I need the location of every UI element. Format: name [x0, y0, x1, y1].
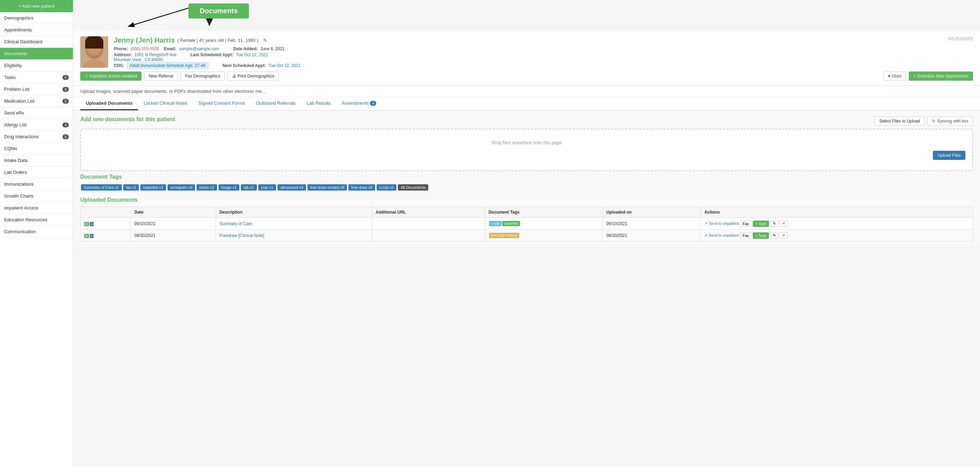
upload-files-button[interactable]: Upload Files	[933, 151, 965, 160]
add-task-button[interactable]: + Task	[753, 221, 769, 227]
edit-button[interactable]: ✎	[770, 232, 778, 239]
patient-details: Jenny (Jen) Harris ( Female | 41 years o…	[114, 36, 943, 68]
sidebar-item-communication[interactable]: Communication	[0, 226, 73, 238]
sidebar-item-education-resources[interactable]: Education Resources	[0, 214, 73, 226]
table-row: drb08/30/2021Freedraw [Clinical Note]fre…	[81, 230, 973, 242]
last-appt[interactable]: Tue Oct 12, 2021	[236, 53, 268, 57]
sidebar-item-intake-data[interactable]: Intake Data	[0, 155, 73, 166]
row-uploaded-on: 09/10/2021	[603, 218, 701, 230]
new-referral-button[interactable]: New Referral	[144, 72, 178, 81]
sidebar-item-lab-orders[interactable]: Lab Orders	[0, 166, 73, 179]
tab-uploaded-documents[interactable]: Uploaded Documents	[80, 97, 138, 110]
doc-link[interactable]: Summary of Care	[220, 221, 252, 226]
tag-pill-photo-x2[interactable]: photo x2	[196, 184, 217, 191]
sidebar-item-allergy-list[interactable]: Allergy List4	[0, 119, 73, 131]
doc-tag-imported: imported	[502, 221, 520, 226]
sidebar-item-cqms[interactable]: CQMs	[0, 143, 73, 155]
table-row: drb09/10/2021Summary of Carec-cdaimporte…	[81, 218, 973, 230]
uploaded-documents-section: Uploaded Documents DateDescriptionAdditi…	[80, 197, 973, 242]
sidebar-item-growth-charts[interactable]: Growth Charts	[0, 190, 73, 202]
col-header-date: Date	[131, 207, 216, 218]
send-to-onpatient-link[interactable]: ↗ Send to onpatient	[704, 221, 738, 226]
tag-pill-all-documents[interactable]: All Documents	[398, 184, 428, 191]
date-added: June 8, 2021	[260, 46, 285, 51]
sidebar-item-appointments[interactable]: Appointments	[0, 24, 73, 36]
sidebar-item-eligibility[interactable]: Eligibility	[0, 60, 73, 72]
main-content: Documents	[73, 0, 980, 467]
send-to-onpatient-link[interactable]: ↗ Send to onpatient	[704, 233, 738, 238]
tag-pill-fax-x1[interactable]: fax x1	[123, 184, 139, 191]
edit-patient-icon[interactable]: ✎	[263, 38, 267, 43]
patient-meta: ( Female | 41 years old | Feb. 11, 1980 …	[178, 38, 258, 43]
tag-pill-free-draw-embed-x9[interactable]: free draw embed x9	[307, 184, 347, 191]
sidebar-item-problem-list[interactable]: Problem List9	[0, 83, 73, 95]
cds-value[interactable]: Adult Immunization Schedule Age: 27-49	[127, 62, 209, 69]
sidebar-item-tasks[interactable]: Tasks0	[0, 72, 73, 83]
vitals-button[interactable]: ♥ Vitals	[883, 72, 906, 81]
next-appt[interactable]: Tue Oct 12, 2021	[268, 63, 301, 68]
tag-pill-image-x1[interactable]: image x1	[218, 184, 240, 191]
delete-button[interactable]: ✕	[780, 232, 788, 239]
onpatient-access-button[interactable]: ✓ onpatient access enabled	[80, 72, 142, 81]
tag-pill-lab-x1[interactable]: lab x1	[241, 184, 256, 191]
content-area: Add new documents for this patient Selec…	[73, 111, 980, 247]
add-task-button[interactable]: + Task	[753, 233, 769, 239]
row-description: Freedraw [Clinical Note]	[216, 230, 372, 242]
tag-pill-ultrasound-x4[interactable]: ultrasound x4	[277, 184, 306, 191]
tab-locked-clinical-notes[interactable]: Locked Clinical Notes	[138, 97, 193, 110]
date-added-label: Date Added:	[233, 46, 258, 51]
row-icons: drb	[81, 230, 131, 242]
col-header-additional-url: Additional URL	[372, 207, 485, 218]
action-links: ↗ Send to onpatientFax+ Task✎✕	[704, 232, 969, 239]
fax-button[interactable]: Fax	[740, 233, 751, 239]
tag-pill-c-cda-x2[interactable]: c-cda x2	[377, 184, 397, 191]
sidebar-item-documents[interactable]: Documents	[0, 48, 73, 60]
address1[interactable]: 1001 N Rengstorff Ave	[134, 53, 176, 57]
sidebar-item-send-erx[interactable]: Send eRx	[0, 107, 73, 119]
sidebar-item-medication-list[interactable]: Medication List5	[0, 95, 73, 107]
schedule-appointment-button[interactable]: + Schedule New Appointment	[909, 72, 973, 81]
documents-popup: Documents	[188, 3, 249, 27]
row-tags: free draw embed	[485, 230, 602, 242]
sidebar-item-immunizations[interactable]: Immunizations	[0, 179, 73, 190]
tab-amendments[interactable]: Amendments4	[336, 97, 382, 110]
row-uploaded-on: 08/30/2021	[603, 230, 701, 242]
documents-table: DateDescriptionAdditional URLDocument Ta…	[80, 207, 973, 242]
sidebar: + Add new patient DemographicsAppointmen…	[0, 0, 73, 467]
row-url	[372, 230, 485, 242]
col-header-document-tags: Document Tags	[485, 207, 602, 218]
tag-pill-imported-x2[interactable]: imported x2	[140, 184, 166, 191]
add-new-patient-button[interactable]: + Add new patient	[0, 0, 73, 12]
popup-arrow	[206, 19, 213, 26]
tag-pill-xray-x1[interactable]: xray x1	[258, 184, 276, 191]
fax-demographics-button[interactable]: Fax Demographics	[180, 72, 225, 81]
address2[interactable]: Mountain View , CA 94040	[114, 57, 163, 62]
tab-lab-results[interactable]: Lab Results	[301, 97, 336, 110]
delete-button[interactable]: ✕	[780, 220, 788, 227]
select-files-button[interactable]: Select Files to Upload	[875, 116, 924, 126]
tab-signed-consent-forms[interactable]: Signed Consent Forms	[193, 97, 251, 110]
tag-pill-free-draw-x5[interactable]: free draw x5	[348, 184, 375, 191]
action-links: ↗ Send to onpatientFax+ Task✎✕	[704, 220, 969, 227]
tags-container: Summary of Care x1fax x1imported x2sonog…	[80, 183, 973, 191]
tab-outbound-referrals[interactable]: Outbound Referrals	[251, 97, 301, 110]
sidebar-item-demographics[interactable]: Demographics	[0, 12, 73, 24]
svg-line-0	[129, 7, 192, 26]
patient-email[interactable]: sample@sample.com	[179, 46, 220, 51]
row-actions: ↗ Send to onpatientFax+ Task✎✕	[701, 218, 973, 230]
tag-pill-summary-of-care-x1[interactable]: Summary of Care x1	[81, 184, 122, 191]
doc-link[interactable]: Freedraw [Clinical Note]	[220, 233, 264, 238]
email-label: Email:	[164, 46, 176, 51]
patient-name: Jenny (Jen) Harris	[114, 36, 175, 44]
fax-button[interactable]: Fax	[740, 221, 751, 227]
sidebar-item-clinical-dashboard[interactable]: Clinical Dashboard	[0, 36, 73, 48]
sidebar-item-drug-interactions[interactable]: Drug Interactions6	[0, 131, 73, 143]
edit-button[interactable]: ✎	[770, 220, 778, 227]
col-header-	[81, 207, 131, 218]
print-demographics-button[interactable]: 🖨 Print Demographics	[228, 72, 279, 81]
sidebar-item-onpatient-access[interactable]: onpatient Access	[0, 202, 73, 214]
doc-tag-ccda: c-cda	[489, 221, 501, 226]
syncing-with-box-button[interactable]: ↻ Syncing with box	[927, 116, 973, 126]
syncing-label: Syncing with box	[937, 119, 969, 124]
tag-pill-sonogram-x4[interactable]: sonogram x4	[167, 184, 196, 191]
